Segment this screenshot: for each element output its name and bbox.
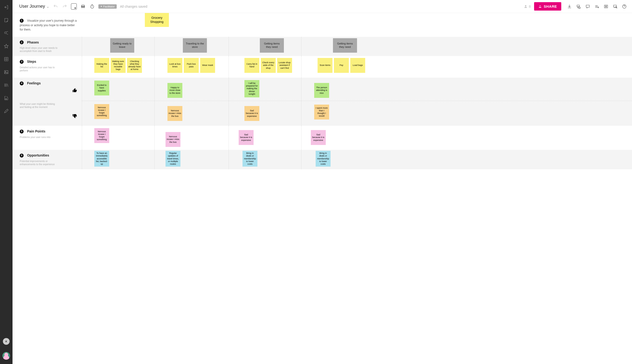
section-intro: 1 Visualize your user's journey through …: [13, 13, 632, 37]
journey-title-note[interactable]: Grocery Shopping: [145, 13, 169, 27]
feeling-negative-note[interactable]: Nervous incase I miss the bus: [168, 106, 182, 121]
section-desc: High-level steps your user needs to acco…: [20, 46, 60, 53]
step-number: 1: [20, 19, 24, 22]
step-number: 6: [20, 154, 24, 158]
section-steps: 3 Steps Detailed actions your user has t…: [13, 56, 632, 78]
step-note[interactable]: Scan items: [318, 58, 332, 73]
share-button[interactable]: SHARE: [534, 2, 561, 10]
step-note[interactable]: Look at bus times: [168, 58, 182, 73]
section-desc: Potential improvements or enhancements t…: [20, 160, 60, 166]
note-icon[interactable]: [3, 17, 9, 23]
top-toolbar: User Journey ⌄ Facilitator All changes s…: [13, 0, 632, 13]
undo-icon: [53, 4, 59, 10]
step-note[interactable]: Pay: [334, 58, 349, 73]
section-title: Pain Points: [27, 129, 45, 133]
journey-canvas[interactable]: 1 Visualize your user's journey through …: [13, 13, 632, 364]
feeling-negative-note[interactable]: I spent more than I thought I would: [314, 104, 329, 120]
search-comment-icon[interactable]: [612, 4, 618, 10]
opportunity-note[interactable]: Bring in deals or membership to lower co…: [243, 151, 257, 166]
step-note[interactable]: Making sure they have reusable bags: [111, 58, 126, 73]
section-feelings: 4 Feelings What your user might be think…: [13, 78, 632, 126]
left-rail: [0, 0, 13, 364]
incognito-icon[interactable]: [80, 4, 86, 10]
feeling-positive-note[interactable]: Happy to move close to the store: [168, 83, 182, 98]
list-icon[interactable]: [603, 4, 609, 10]
intro-description: Visualize your user's journey through a …: [20, 19, 77, 31]
step-note[interactable]: Pack bus pass: [184, 58, 199, 73]
pain-note[interactable]: Nervous incase I forget something: [94, 128, 109, 143]
save-status: All changes saved: [120, 4, 148, 8]
thumbs-up-icon: [72, 88, 78, 93]
dice-icon[interactable]: [71, 4, 77, 10]
phase-card[interactable]: Getting ready to leave: [110, 38, 134, 53]
svg-point-0: [5, 32, 6, 34]
phase-card[interactable]: Getting items they need: [260, 38, 284, 53]
chevron-down-icon: ⌄: [47, 4, 49, 8]
image-icon[interactable]: [3, 69, 9, 75]
activity-icon[interactable]: [594, 4, 600, 10]
phase-card[interactable]: Getting items they need: [333, 38, 357, 53]
bolt-icon[interactable]: [3, 338, 10, 345]
document-title-text: User Journey: [19, 4, 45, 9]
opportunity-note[interactable]: Bring in deals or membership to lower co…: [316, 151, 331, 166]
opportunity-note[interactable]: To have an immediately accessible list, …: [94, 151, 109, 166]
pain-note[interactable]: Sad because it is expensive: [239, 130, 254, 145]
step-number: 4: [20, 82, 24, 85]
facilitator-badge[interactable]: Facilitator: [98, 4, 117, 9]
step-number: 5: [20, 130, 24, 134]
section-title: Steps: [27, 60, 36, 64]
document-title[interactable]: User Journey ⌄: [19, 4, 49, 9]
step-note[interactable]: Load bags: [350, 58, 365, 73]
step-note[interactable]: Carry list in hand: [244, 58, 259, 73]
step-note[interactable]: Check every aisle of the shop: [261, 58, 276, 73]
step-number: 3: [20, 60, 24, 64]
section-title: Feelings: [27, 81, 41, 85]
feeling-positive-note[interactable]: The person attending is nice: [314, 83, 329, 98]
exit-icon[interactable]: [3, 4, 9, 10]
phase-card[interactable]: Traveling to the store: [183, 38, 207, 53]
step-note[interactable]: Checking what they already have at home: [127, 58, 142, 73]
section-desc: Problems your user runs into: [20, 136, 60, 139]
user-avatar[interactable]: [3, 352, 10, 360]
section-title: Phases: [27, 40, 39, 44]
chat-bubbles-icon[interactable]: [576, 4, 581, 10]
star-icon[interactable]: [3, 43, 9, 49]
download-icon[interactable]: [566, 4, 572, 10]
share-button-label: SHARE: [544, 4, 557, 8]
pain-note[interactable]: Sad because it is expensive: [311, 130, 326, 145]
section-title: Opportunities: [27, 154, 49, 157]
feeling-positive-note[interactable]: Excited to have supplies: [94, 80, 109, 96]
participant-count[interactable]: 8: [523, 4, 531, 9]
share-rail-icon[interactable]: [3, 30, 9, 36]
feeling-negative-note[interactable]: Nervous incase I forget something: [94, 104, 109, 119]
step-note[interactable]: Making the list: [94, 58, 109, 73]
comment-icon[interactable]: [585, 4, 591, 10]
step-number: 2: [20, 40, 24, 44]
step-note[interactable]: Locate shop assistant if can't find: [277, 58, 292, 73]
feeling-negative-note[interactable]: Sad because it is expensive: [244, 106, 259, 121]
import-icon[interactable]: [3, 95, 9, 101]
section-desc: Detailed actions your user has to perfor…: [20, 66, 60, 72]
svg-point-5: [598, 7, 598, 8]
grid-icon[interactable]: [3, 56, 9, 62]
redo-icon: [62, 4, 68, 10]
opportunity-note[interactable]: Regular updates of travel times, or mult…: [166, 151, 180, 166]
section-opportunities: 6 Opportunities Potential improvements o…: [13, 150, 632, 169]
svg-rect-2: [5, 71, 8, 74]
thumbs-down-icon: [72, 113, 78, 118]
timer-icon[interactable]: [89, 4, 95, 10]
step-note[interactable]: Wear mask: [200, 58, 215, 73]
facilitator-label: Facilitator: [103, 5, 115, 8]
pain-note[interactable]: Nervous incase I miss the bus: [166, 132, 180, 147]
section-desc: What your user might be thinking and fee…: [20, 102, 60, 109]
pencil-icon[interactable]: [3, 108, 9, 114]
participant-count-value: 8: [529, 4, 531, 8]
feeling-positive-note[interactable]: I will be prepared for making the dinner…: [244, 80, 259, 97]
library-icon[interactable]: [3, 82, 9, 88]
section-phases: 2 Phases High-level steps your user need…: [13, 37, 632, 56]
help-icon[interactable]: [621, 4, 627, 10]
section-pain-points: 5 Pain Points Problems your user runs in…: [13, 126, 632, 150]
